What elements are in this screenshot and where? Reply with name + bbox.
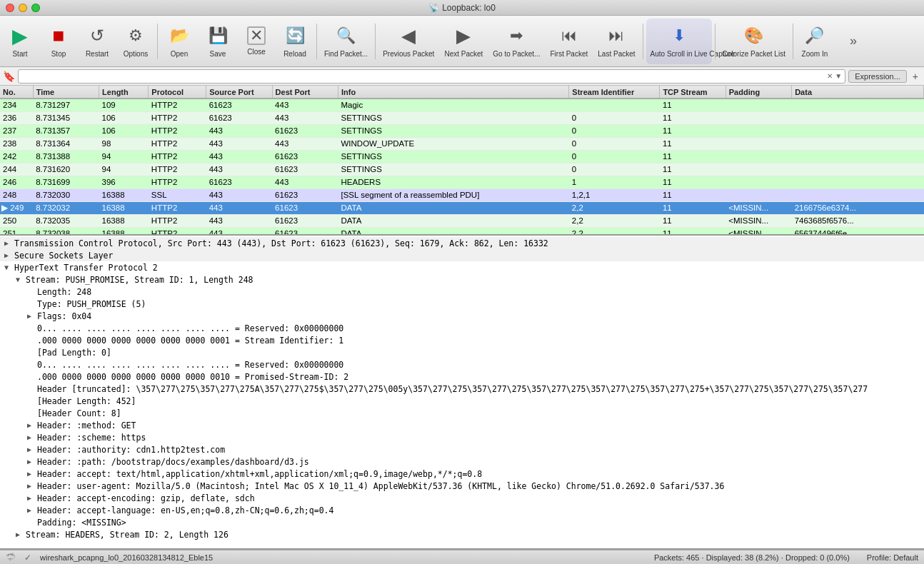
detail-row[interactable]: .000 0000 0000 0000 0000 0000 0000 0001 … — [0, 334, 924, 346]
col-protocol: Protocol — [149, 86, 206, 99]
detail-text: HyperText Transfer Protocol 2 — [14, 263, 158, 273]
table-row[interactable]: ▶ 2498.73203216388HTTP244361623DATA2,211… — [0, 201, 924, 214]
expand-icon[interactable]: ▶ — [27, 433, 37, 441]
goto-button[interactable]: ➡ Go to Packet... — [488, 19, 544, 64]
table-row[interactable]: 2428.73138894HTTP244361623SETTINGS011 — [0, 150, 924, 163]
table-cell: 11 — [660, 137, 725, 150]
expand-icon[interactable]: ▶ — [16, 530, 26, 538]
detail-text: Length: 248 — [37, 287, 91, 297]
save-button[interactable]: 💾 Save — [199, 19, 236, 64]
expand-icon[interactable]: ▶ — [27, 470, 37, 478]
last-packet-button[interactable]: ⏭ Last Packet — [593, 19, 639, 64]
find-button[interactable]: 🔍 Find Packet... — [320, 19, 372, 64]
status-file-icon: 🦈 — [6, 553, 16, 562]
close-window-button[interactable] — [6, 4, 14, 12]
table-cell: 61623 — [272, 188, 338, 201]
detail-row[interactable]: [Header Count: 8] — [0, 407, 924, 419]
table-cell: 8.732035 — [33, 214, 99, 227]
detail-row[interactable]: ▼Stream: PUSH_PROMISE, Stream ID: 1, Len… — [0, 273, 924, 286]
table-cell: 2,2 — [569, 201, 660, 214]
detail-text: Header: :scheme: https — [37, 433, 146, 443]
detail-row[interactable]: ▶Header: accept: text/html,application/x… — [0, 468, 924, 480]
table-cell: 16388 — [99, 201, 149, 214]
detail-row[interactable]: ▶Header: :path: /bootstrap/docs/examples… — [0, 455, 924, 468]
window-controls[interactable] — [6, 4, 40, 12]
table-row[interactable]: 2388.73136498HTTP2443443WINDOW_UPDATE011 — [0, 137, 924, 150]
detail-row[interactable]: Padding: <MISSING> — [0, 516, 924, 528]
restart-button[interactable]: ↺ Restart — [79, 19, 116, 64]
detail-row[interactable]: [Header Length: 452] — [0, 395, 924, 407]
expand-icon[interactable]: ▶ — [4, 251, 14, 259]
expand-icon[interactable]: ▶ — [27, 312, 37, 320]
table-cell: HTTP2 — [149, 163, 206, 176]
expand-icon[interactable]: ▶ — [27, 445, 37, 453]
colorize-button[interactable]: 🎨 Colorize Packet List — [718, 19, 790, 64]
start-button[interactable]: ▶ Start — [1, 19, 39, 64]
reload-button[interactable]: 🔄 Reload — [276, 19, 313, 64]
detail-text: 0... .... .... .... .... .... .... .... … — [37, 360, 343, 370]
detail-row[interactable]: Length: 248 — [0, 286, 924, 298]
expand-icon[interactable]: ▶ — [27, 458, 37, 465]
autoscroll-button[interactable]: ⬇ Auto Scroll in Live Capture — [646, 19, 712, 64]
next-packet-button[interactable]: ▶ Next Packet — [440, 19, 487, 64]
table-row[interactable]: 2488.73203016388SSL44361623[SSL segment … — [0, 188, 924, 201]
open-button[interactable]: 📂 Open — [161, 19, 198, 64]
stop-button[interactable]: ■ Stop — [40, 19, 77, 64]
detail-row[interactable]: ▶Header: :scheme: https — [0, 431, 924, 443]
expand-icon[interactable]: ▼ — [16, 276, 26, 283]
detail-row[interactable]: ▶Transmission Control Protocol, Src Port… — [0, 237, 924, 249]
first-packet-button[interactable]: ⏮ First Packet — [546, 19, 592, 64]
detail-row[interactable]: 0... .... .... .... .... .... .... .... … — [0, 322, 924, 334]
detail-row[interactable]: ▶Header: :authority: cdn1.http2test.com — [0, 443, 924, 455]
table-row[interactable]: 2508.73203516388HTTP244361623DATA2,211<M… — [0, 214, 924, 227]
detail-row[interactable]: ▶Header: :method: GET — [0, 419, 924, 431]
expand-icon[interactable]: ▶ — [27, 482, 37, 490]
filter-dropdown-icon[interactable]: ▼ — [835, 72, 842, 80]
minimize-window-button[interactable] — [19, 4, 27, 12]
detail-row[interactable]: .000 0000 0000 0000 0000 0000 0000 0010 … — [0, 371, 924, 383]
last-packet-icon: ⏭ — [605, 24, 628, 47]
filter-input[interactable]: http2 — [21, 71, 825, 81]
detail-text: Type: PUSH_PROMISE (5) — [37, 299, 146, 309]
close-button[interactable]: ✕ Close — [238, 19, 275, 64]
detail-row[interactable]: ▼HyperText Transfer Protocol 2 — [0, 261, 924, 273]
table-cell: 244 — [0, 163, 33, 176]
detail-row[interactable]: ▶Stream: HEADERS, Stream ID: 2, Length 1… — [0, 528, 924, 540]
table-cell: 11 — [660, 150, 725, 163]
detail-row[interactable]: ▶Secure Sockets Layer — [0, 249, 924, 261]
detail-row[interactable]: ▶Header: accept-encoding: gzip, deflate,… — [0, 492, 924, 504]
table-row[interactable]: 2468.731699396HTTP261623443HEADERS111 — [0, 176, 924, 188]
detail-row[interactable]: ▶Header: accept-language: en-US,en;q=0.8… — [0, 504, 924, 516]
table-cell: HTTP2 — [149, 227, 206, 236]
table-row[interactable]: 2448.73162094HTTP244361623SETTINGS011 — [0, 163, 924, 176]
options-button[interactable]: ⚙ Options — [117, 19, 154, 64]
filter-clear-button[interactable]: ✕ — [825, 71, 835, 81]
detail-row[interactable]: [Pad Length: 0] — [0, 346, 924, 358]
detail-row[interactable]: Header [truncated]: \357\277\275\357\277… — [0, 383, 924, 395]
expand-icon[interactable]: ▼ — [4, 263, 14, 271]
expand-icon[interactable]: ▶ — [4, 239, 14, 247]
table-row[interactable]: 2378.731357106HTTP244361623SETTINGS011 — [0, 124, 924, 137]
table-cell: 94 — [99, 150, 149, 163]
table-row[interactable]: 2348.731297109HTTP261623443Magic11 — [0, 99, 924, 111]
expand-icon[interactable]: ▶ — [27, 421, 37, 429]
prev-packet-button[interactable]: ◀ Previous Packet — [378, 19, 438, 64]
detail-row[interactable]: ▶Header: user-agent: Mozilla/5.0 (Macint… — [0, 480, 924, 492]
save-label: Save — [210, 50, 226, 58]
table-row[interactable]: 2518.73203816388HTTP244361623DATA2,211<M… — [0, 227, 924, 236]
table-cell — [792, 124, 924, 137]
table-cell — [725, 111, 791, 124]
zoomin-button[interactable]: 🔎 Zoom In — [796, 19, 833, 64]
detail-row[interactable]: 0... .... .... .... .... .... .... .... … — [0, 358, 924, 371]
table-cell: 11 — [660, 124, 725, 137]
table-row[interactable]: 2368.731345106HTTP261623443SETTINGS011 — [0, 111, 924, 124]
expression-button[interactable]: Expression... — [848, 70, 907, 83]
expand-icon[interactable]: ▶ — [27, 506, 37, 514]
col-data: Data — [792, 86, 924, 99]
detail-row[interactable]: Type: PUSH_PROMISE (5) — [0, 298, 924, 310]
maximize-window-button[interactable] — [31, 4, 40, 12]
more-tools-button[interactable]: » — [835, 19, 872, 64]
expand-icon[interactable]: ▶ — [27, 494, 37, 502]
add-filter-button[interactable]: + — [910, 71, 921, 82]
detail-row[interactable]: ▶Flags: 0x04 — [0, 310, 924, 322]
